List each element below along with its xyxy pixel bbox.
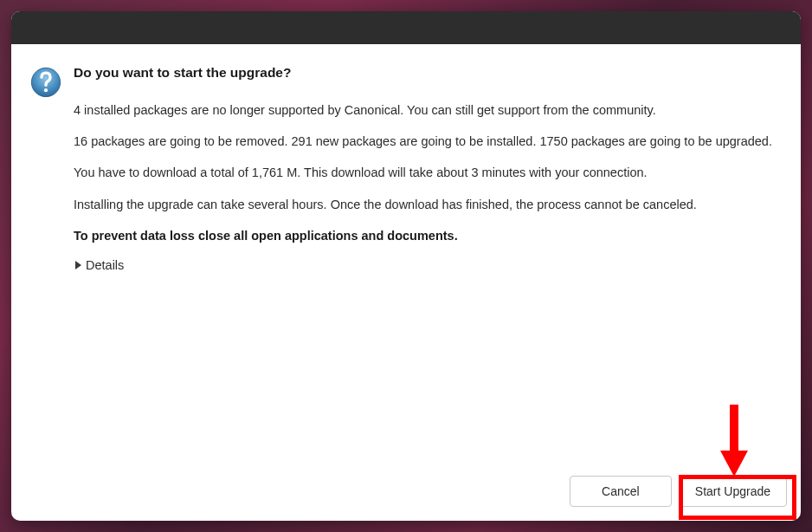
details-expander[interactable]: Details (74, 256, 783, 274)
triangle-right-icon (75, 261, 81, 269)
info-installing: Installing the upgrade can take several … (74, 196, 783, 213)
content-column: Do you want to start the upgrade? 4 inst… (74, 63, 783, 464)
icon-column (29, 63, 74, 464)
info-download: You have to download a total of 1,761 M.… (74, 164, 783, 181)
dialog-titlebar[interactable] (11, 11, 801, 44)
cancel-button[interactable]: Cancel (570, 476, 672, 507)
info-unsupported: 4 installed packages are no longer suppo… (74, 101, 783, 119)
upgrade-dialog: Do you want to start the upgrade? 4 inst… (11, 11, 801, 521)
button-bar: Cancel Start Upgrade (11, 464, 801, 521)
details-label: Details (86, 256, 124, 274)
svg-point-1 (44, 88, 48, 92)
dialog-body: Do you want to start the upgrade? 4 inst… (11, 44, 801, 464)
dialog-title: Do you want to start the upgrade? (74, 63, 783, 82)
info-warning: To prevent data loss close all open appl… (74, 227, 783, 244)
question-icon (29, 65, 63, 100)
start-upgrade-button[interactable]: Start Upgrade (679, 476, 787, 507)
info-packages: 16 packages are going to be removed. 291… (74, 133, 783, 150)
